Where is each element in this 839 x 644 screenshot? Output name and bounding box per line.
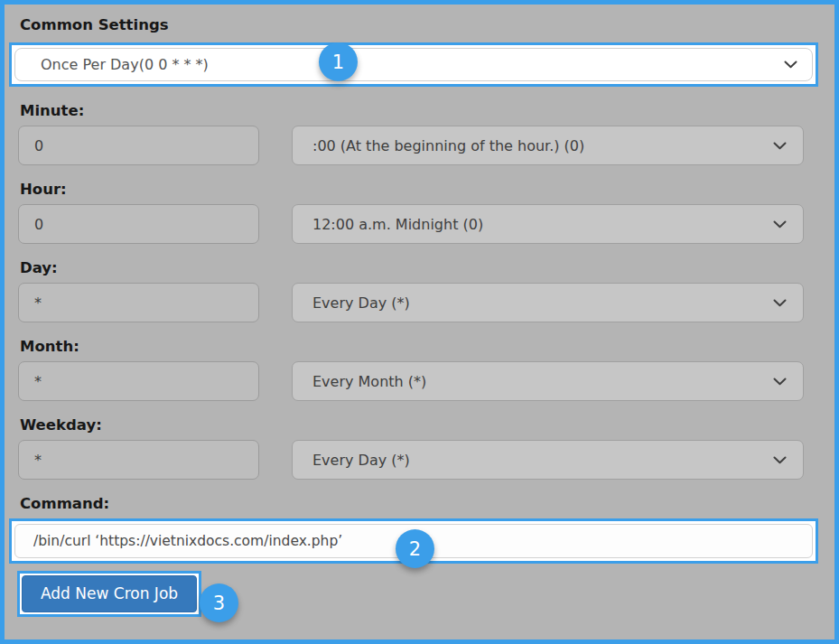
chevron-down-icon: [773, 456, 787, 464]
callout-highlight-common-settings: Once Per Day(0 0 * * *): [9, 42, 818, 87]
common-settings-label: Common Settings: [20, 15, 834, 35]
month-selected-value: Every Month (*): [312, 373, 426, 390]
weekday-input[interactable]: [18, 440, 259, 480]
minute-select[interactable]: :00 (At the beginning of the hour.) (0): [292, 126, 804, 165]
step-3-badge: 3: [200, 583, 238, 622]
weekday-row: Every Day (*): [18, 440, 834, 480]
hour-row: 12:00 a.m. Midnight (0): [18, 204, 834, 244]
chevron-down-icon: [773, 299, 787, 307]
month-row: Every Month (*): [18, 361, 834, 401]
callout-highlight-add-button: Add New Cron Job: [17, 571, 201, 617]
hour-input[interactable]: [18, 204, 259, 244]
common-settings-select[interactable]: Once Per Day(0 0 * * *): [14, 48, 813, 81]
month-input[interactable]: [18, 361, 259, 401]
hour-select[interactable]: 12:00 a.m. Midnight (0): [292, 204, 804, 244]
hour-label: Hour:: [20, 180, 834, 200]
day-label: Day:: [20, 258, 834, 278]
step-2-badge: 2: [396, 529, 434, 568]
common-settings-selected-value: Once Per Day(0 0 * * *): [41, 56, 209, 73]
day-select[interactable]: Every Day (*): [292, 283, 804, 322]
minute-row: :00 (At the beginning of the hour.) (0): [18, 126, 834, 165]
minute-input[interactable]: [18, 126, 259, 165]
chevron-down-icon: [784, 61, 797, 69]
cron-job-form: Common Settings Once Per Day(0 0 * * *) …: [0, 0, 839, 644]
minute-selected-value: :00 (At the beginning of the hour.) (0): [312, 137, 584, 154]
month-select[interactable]: Every Month (*): [292, 361, 804, 401]
chevron-down-icon: [773, 142, 787, 150]
weekday-selected-value: Every Day (*): [312, 452, 410, 469]
step-1-badge: 1: [319, 42, 358, 81]
weekday-select[interactable]: Every Day (*): [292, 440, 804, 480]
day-selected-value: Every Day (*): [312, 294, 410, 312]
day-input[interactable]: [18, 283, 259, 322]
chevron-down-icon: [773, 220, 787, 229]
day-row: Every Day (*): [18, 283, 834, 322]
month-label: Month:: [20, 337, 834, 357]
minute-label: Minute:: [20, 101, 834, 121]
command-label: Command:: [20, 494, 834, 514]
add-new-cron-job-button[interactable]: Add New Cron Job: [22, 575, 197, 612]
chevron-down-icon: [773, 378, 787, 386]
hour-selected-value: 12:00 a.m. Midnight (0): [312, 216, 483, 233]
weekday-label: Weekday:: [20, 415, 834, 435]
